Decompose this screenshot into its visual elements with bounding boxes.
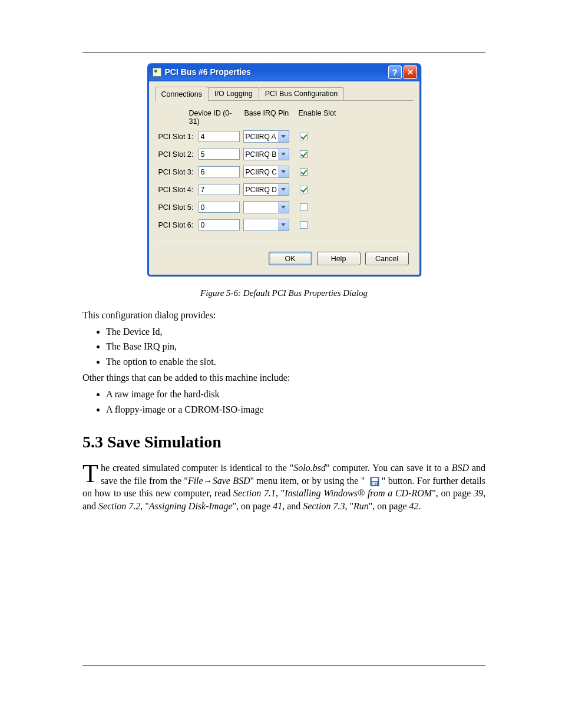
ref-section-7-3: Section 7.3 [303, 501, 345, 511]
ref-page-2: 41 [273, 501, 282, 511]
ref-section-7-2: Section 7.2 [98, 501, 140, 511]
pci-slot-row: PCI Slot 3:PCIIRQ C [158, 166, 414, 178]
tab-pci-bus-config[interactable]: PCI Bus Configuration [259, 87, 345, 100]
chevron-down-icon[interactable] [278, 219, 289, 230]
ok-button[interactable]: OK [269, 252, 312, 265]
device-id-input[interactable] [199, 219, 240, 230]
tab-bar: Connections I/O Logging PCI Bus Configur… [155, 86, 414, 101]
irq-dropdown[interactable]: PCIIRQ B [243, 148, 289, 160]
irq-dropdown[interactable]: PCIIRQ A [243, 130, 289, 143]
enable-slot-checkbox[interactable] [300, 168, 308, 176]
enable-slot-checkbox[interactable] [300, 186, 308, 193]
menu-file: File [188, 476, 203, 486]
enable-slot-checkbox[interactable] [300, 203, 308, 211]
bullet-list-1: The Device Id, The Base IRQ pin, The opt… [106, 325, 485, 368]
pci-slot-row: PCI Slot 6: [158, 219, 414, 231]
section-paragraph: T he created simulated computer is ident… [82, 462, 485, 512]
enable-slot-checkbox[interactable] [300, 150, 308, 158]
dialog-window: PCI Bus #6 Properties ? ✕ Connections I/… [147, 63, 421, 276]
slot-label: PCI Slot 2: [158, 150, 195, 159]
pci-slot-row: PCI Slot 5: [158, 201, 414, 213]
list-item: The option to enable the slot. [106, 355, 485, 368]
col-enable-slot: Enable Slot [299, 109, 346, 126]
irq-dropdown[interactable]: PCIIRQ C [243, 166, 289, 178]
list-item: The Base IRQ pin, [106, 340, 485, 353]
cancel-button[interactable]: Cancel [365, 252, 409, 265]
enable-slot-checkbox[interactable] [300, 133, 308, 140]
col-base-irq: Base IRQ Pin [244, 109, 295, 126]
list-item: A raw image for the hard-disk [106, 388, 485, 401]
dropcap: T [82, 462, 101, 484]
link-bsd: BSD [452, 463, 469, 473]
slot-label: PCI Slot 5: [158, 203, 195, 212]
chevron-down-icon[interactable] [278, 202, 289, 213]
chevron-down-icon[interactable] [278, 131, 289, 142]
tab-io-logging[interactable]: I/O Logging [208, 87, 259, 100]
intro-text: This configuration dialog provides: [82, 309, 485, 322]
close-icon[interactable]: ✕ [404, 65, 417, 79]
top-rule [82, 52, 485, 52]
menu-save-bsd: Save BSD [213, 476, 250, 486]
column-headers: Device ID (0-31) Base IRQ Pin Enable Slo… [189, 109, 414, 126]
irq-dropdown[interactable]: PCIIRQ D [243, 183, 289, 196]
help-button[interactable]: Help [317, 252, 361, 265]
ref-page-1: 39 [474, 488, 483, 498]
device-id-input[interactable] [199, 184, 240, 195]
chevron-down-icon[interactable] [278, 184, 289, 195]
save-icon [370, 477, 379, 486]
col-device-id: Device ID (0-31) [189, 109, 241, 126]
bullet-list-2: A raw image for the hard-disk A floppy-i… [106, 388, 485, 416]
chevron-down-icon[interactable] [278, 149, 289, 160]
list-item: A floppy-image or a CDROM-ISO-image [106, 403, 485, 416]
svg-rect-3 [375, 483, 376, 485]
slot-label: PCI Slot 4: [158, 186, 195, 194]
titlebar: PCI Bus #6 Properties ? ✕ [149, 63, 419, 81]
dialog-icon [153, 68, 161, 77]
device-id-input[interactable] [199, 202, 240, 213]
svg-rect-1 [372, 478, 378, 481]
help-icon[interactable]: ? [388, 65, 402, 79]
dialog-title: PCI Bus #6 Properties [165, 67, 251, 77]
chevron-down-icon[interactable] [278, 166, 289, 177]
pci-slot-row: PCI Slot 2:PCIIRQ B [158, 148, 414, 160]
footer-rule [82, 666, 485, 666]
ref-title-2: Assigning Disk-Image [149, 501, 233, 511]
irq-dropdown[interactable] [243, 219, 289, 231]
slot-label: PCI Slot 3: [158, 168, 195, 176]
ref-title-3: Run [353, 501, 369, 511]
tab-connections[interactable]: Connections [155, 87, 209, 101]
device-id-input[interactable] [199, 131, 240, 142]
enable-slot-checkbox[interactable] [300, 221, 308, 229]
ref-section-7-1: Section 7.1 [233, 488, 276, 498]
link-solo-bsd: Solo.bsd [293, 463, 326, 473]
list-item: The Device Id, [106, 325, 485, 338]
ref-title-1: Installing Windows® from a CD-ROM [285, 488, 432, 498]
slot-label: PCI Slot 1: [158, 133, 195, 141]
device-id-input[interactable] [199, 149, 240, 160]
ref-page-3: 42 [409, 501, 418, 511]
pci-slot-row: PCI Slot 1:PCIIRQ A [158, 130, 414, 143]
figure-caption: Figure 5-6: Default PCI Bus Properties D… [82, 288, 485, 298]
slot-label: PCI Slot 6: [158, 221, 195, 229]
extra-line: Other things that can be added to this m… [82, 371, 485, 384]
pci-slot-row: PCI Slot 4:PCIIRQ D [158, 183, 414, 196]
device-id-input[interactable] [199, 166, 240, 177]
irq-dropdown[interactable] [243, 201, 289, 213]
section-heading: 5.3 Save Simulation [82, 431, 485, 453]
